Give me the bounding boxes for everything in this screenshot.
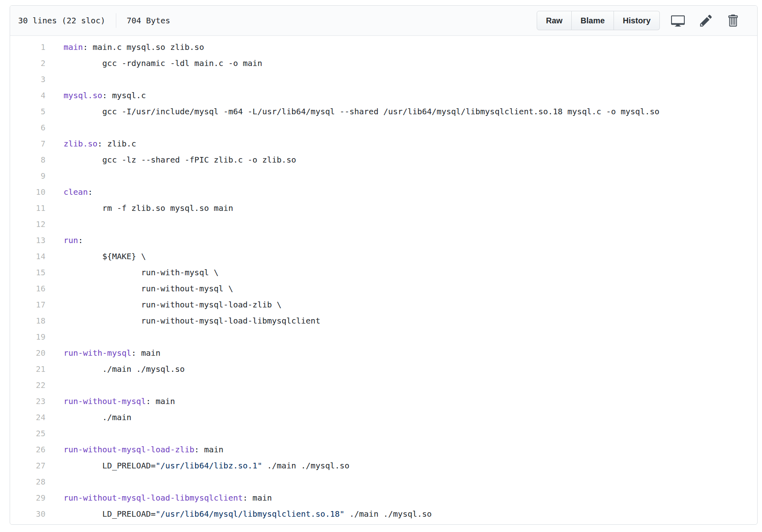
line-number[interactable]: 12 (10, 216, 45, 232)
file-lines-count: 30 lines (22 sloc) (18, 16, 105, 25)
code-token-target: run (64, 235, 78, 245)
code-token-target: main (64, 42, 83, 52)
line-number[interactable]: 26 (10, 441, 45, 458)
trashcan-icon (727, 14, 738, 27)
line-content: zlib.so: zlib.c (45, 136, 136, 152)
line-number[interactable]: 11 (10, 200, 45, 216)
line-content: ./main ./mysql.so (45, 361, 185, 377)
line-number[interactable]: 15 (10, 264, 45, 280)
code-token-plain: gcc -lz --shared -fPIC zlib.c -o zlib.so (64, 155, 296, 165)
code-token-plain: run-without-mysql-load-libmysqlclient (64, 316, 320, 326)
delete-file-button[interactable] (727, 14, 738, 27)
code-line: 8 gcc -lz --shared -fPIC zlib.c -o zlib.… (10, 152, 757, 168)
line-number[interactable]: 8 (10, 152, 45, 168)
line-content (45, 329, 64, 345)
line-content: run-without-mysql-load-libmysqlclient (45, 313, 320, 329)
line-content (45, 474, 64, 490)
code-token-plain: ./main ./mysql.so (262, 461, 350, 470)
code-line: 29run-without-mysql-load-libmysqlclient:… (10, 490, 757, 506)
code-line: 6 (10, 120, 757, 136)
line-number[interactable]: 6 (10, 120, 45, 136)
code-token-target: clean (64, 187, 88, 197)
line-number[interactable]: 25 (10, 425, 45, 441)
line-number[interactable]: 13 (10, 232, 45, 248)
code-token-plain: gcc -rdynamic -ldl main.c -o main (64, 58, 262, 68)
line-number[interactable]: 18 (10, 313, 45, 329)
line-number[interactable]: 4 (10, 87, 45, 103)
code-token-target: run-with-mysql (64, 348, 132, 358)
line-content: ${MAKE} \ (45, 248, 146, 264)
code-token-plain: rm -f zlib.so mysql.so main (64, 203, 233, 213)
code-line: 24 ./main (10, 409, 757, 425)
code-line: 20run-with-mysql: main (10, 345, 757, 361)
code-line: 14 ${MAKE} \ (10, 248, 757, 264)
code-line: 25 (10, 425, 757, 441)
line-number[interactable]: 3 (10, 71, 45, 87)
line-content: ./main (45, 409, 132, 425)
code-line: 23run-without-mysql: main (10, 393, 757, 409)
line-number[interactable]: 17 (10, 297, 45, 313)
code-token-plain: : main.c mysql.so zlib.so (83, 42, 204, 52)
code-line: 17 run-without-mysql-load-zlib \ (10, 297, 757, 313)
code-token-target: run-without-mysql-load-zlib (64, 445, 194, 454)
line-number[interactable]: 24 (10, 409, 45, 425)
code-line: 7zlib.so: zlib.c (10, 136, 757, 152)
line-number[interactable]: 22 (10, 377, 45, 393)
line-number[interactable]: 21 (10, 361, 45, 377)
line-number[interactable]: 10 (10, 184, 45, 200)
file-size: 704 Bytes (127, 16, 170, 25)
line-content (45, 168, 64, 184)
file-header: 30 lines (22 sloc) 704 Bytes Raw Blame H… (10, 6, 757, 36)
line-number[interactable]: 14 (10, 248, 45, 264)
line-number[interactable]: 2 (10, 55, 45, 71)
code-token-string: "/usr/lib64/mysql/libmysqlclient.so.18" (156, 509, 345, 519)
line-content: run-without-mysql \ (45, 280, 233, 297)
code-token-string: "/usr/lib64/libz.so.1" (156, 461, 262, 470)
line-number[interactable]: 9 (10, 168, 45, 184)
line-number[interactable]: 19 (10, 329, 45, 345)
code-line: 26run-without-mysql-load-zlib: main (10, 441, 757, 458)
line-number[interactable]: 27 (10, 458, 45, 474)
line-content (45, 377, 64, 393)
code-token-plain: ./main ./mysql.so (344, 509, 432, 519)
code-token-plain: : (88, 187, 93, 197)
line-number[interactable]: 23 (10, 393, 45, 409)
code-line: 11 rm -f zlib.so mysql.so main (10, 200, 757, 216)
line-number[interactable]: 20 (10, 345, 45, 361)
open-desktop-button[interactable] (671, 14, 685, 27)
line-number[interactable]: 28 (10, 474, 45, 490)
edit-file-button[interactable] (700, 14, 712, 27)
line-number[interactable]: 30 (10, 506, 45, 522)
code-line: 30 LD_PRELOAD="/usr/lib64/mysql/libmysql… (10, 506, 757, 522)
code-line: 12 (10, 216, 757, 232)
line-content: main: main.c mysql.so zlib.so (45, 39, 204, 55)
code-line: 19 (10, 329, 757, 345)
line-content (45, 71, 64, 87)
line-content: run-without-mysql: main (45, 393, 175, 409)
line-number[interactable]: 1 (10, 39, 45, 55)
line-number[interactable]: 29 (10, 490, 45, 506)
line-content (45, 425, 64, 441)
code-token-plain: : main (243, 493, 272, 503)
code-token-plain: run-with-mysql \ (64, 268, 218, 277)
blame-button[interactable]: Blame (572, 11, 614, 30)
line-content: run-with-mysql \ (45, 264, 218, 280)
line-content: rm -f zlib.so mysql.so main (45, 200, 233, 216)
code-token-target: mysql.so (64, 91, 102, 100)
line-number[interactable]: 5 (10, 103, 45, 120)
line-content: LD_PRELOAD="/usr/lib64/mysql/libmysqlcli… (45, 506, 432, 522)
code-line: 4mysql.so: mysql.c (10, 87, 757, 103)
code-token-plain: : main (132, 348, 161, 358)
line-number[interactable]: 16 (10, 280, 45, 297)
code-token-plain: gcc -I/usr/include/mysql -m64 -L/usr/lib… (64, 107, 659, 116)
raw-button[interactable]: Raw (537, 11, 572, 30)
code-line: 1main: main.c mysql.so zlib.so (10, 39, 757, 55)
code-token-plain: LD_PRELOAD= (64, 461, 156, 470)
history-button[interactable]: History (614, 11, 660, 30)
code-line: 13run: (10, 232, 757, 248)
code-token-plain: ./main (64, 412, 132, 422)
code-token-plain: run-without-mysql-load-zlib \ (64, 300, 282, 309)
code-line: 28 (10, 474, 757, 490)
line-number[interactable]: 7 (10, 136, 45, 152)
code-line: 2 gcc -rdynamic -ldl main.c -o main (10, 55, 757, 71)
